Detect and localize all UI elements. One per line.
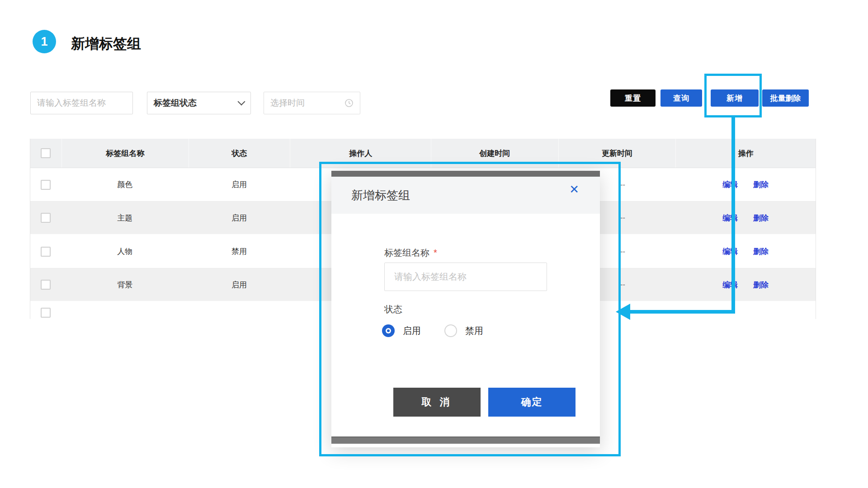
radio-option-disabled[interactable]: 禁用 (444, 324, 483, 337)
radio-disabled-label: 禁用 (465, 325, 483, 337)
cell-name: 主题 (61, 202, 189, 234)
cell-name: 颜色 (61, 168, 189, 201)
cell-updated: -- (609, 281, 625, 289)
radio-unselected-icon[interactable] (444, 324, 457, 337)
delete-link[interactable]: 删除 (753, 179, 769, 190)
required-asterisk: * (434, 248, 437, 258)
page: 1 新增标签组 请输入标签组名称 标签组状态 选择时间 重置 查询 新增 批量删… (0, 0, 868, 488)
col-header-status: 状态 (189, 139, 290, 168)
tag-group-name-input[interactable]: 请输入标签组名称 (30, 92, 133, 114)
modal-title: 新增标签组 (351, 188, 410, 203)
cell-updated: -- (609, 181, 625, 189)
modal-status-label: 状态 (384, 303, 402, 315)
cell-name: 背景 (61, 268, 189, 301)
edit-link[interactable]: 编辑 (722, 280, 738, 290)
modal-header: 新增标签组 (331, 177, 600, 214)
annotation-connector-horizontal (629, 310, 735, 314)
cell-status: 启用 (189, 268, 290, 301)
cell-updated: -- (609, 248, 625, 256)
modal-name-input[interactable]: 请输入标签组名称 (384, 263, 547, 291)
reset-button[interactable]: 重置 (610, 89, 656, 107)
status-select-value: 标签组状态 (154, 97, 197, 109)
select-all-checkbox[interactable] (41, 148, 51, 158)
date-picker-input[interactable]: 选择时间 (264, 92, 360, 114)
row-checkbox[interactable] (41, 280, 51, 290)
col-header-created: 创建时间 (431, 139, 558, 168)
col-header-operator: 操作人 (290, 139, 431, 168)
modal-name-placeholder: 请输入标签组名称 (394, 271, 467, 283)
annotation-connector-vertical (731, 117, 735, 314)
row-checkbox[interactable] (41, 213, 51, 223)
edit-link[interactable]: 编辑 (722, 213, 738, 223)
cell-updated: -- (609, 214, 625, 222)
edit-link[interactable]: 编辑 (722, 179, 738, 190)
add-button[interactable]: 新增 (711, 89, 759, 107)
confirm-button[interactable]: 确定 (488, 388, 576, 417)
add-tag-group-modal: 新增标签组 ✕ 标签组名称* 请输入标签组名称 状态 启用 禁用 取 消 确定 (331, 171, 600, 447)
col-header-ops: 操作 (675, 139, 816, 168)
status-select[interactable]: 标签组状态 (147, 92, 251, 114)
row-checkbox[interactable] (41, 247, 51, 257)
delete-link[interactable]: 删除 (753, 246, 769, 257)
modal-name-label: 标签组名称* (384, 247, 437, 259)
delete-link[interactable]: 删除 (753, 280, 769, 290)
table-header-row: 标签组名称 状态 操作人 创建时间 更新时间 操作 (30, 139, 816, 168)
modal-top-bar (331, 171, 600, 177)
radio-enabled-label: 启用 (403, 325, 421, 337)
radio-option-enabled[interactable]: 启用 (382, 324, 421, 337)
tag-group-name-placeholder: 请输入标签组名称 (37, 97, 106, 109)
status-radio-group: 启用 禁用 (382, 324, 483, 337)
modal-bottom-bar (331, 436, 600, 444)
delete-link[interactable]: 删除 (753, 213, 769, 223)
cancel-button[interactable]: 取 消 (393, 388, 481, 417)
date-placeholder: 选择时间 (270, 97, 305, 109)
col-header-updated: 更新时间 (558, 139, 676, 168)
search-button[interactable]: 查询 (660, 89, 702, 107)
col-header-name: 标签组名称 (61, 139, 189, 168)
cell-name: 人物 (61, 235, 189, 268)
chevron-down-icon (238, 98, 245, 106)
radio-selected-icon[interactable] (382, 324, 395, 337)
step-number-badge: 1 (33, 30, 56, 53)
row-checkbox[interactable] (41, 308, 51, 318)
cell-status: 启用 (189, 168, 290, 201)
row-checkbox[interactable] (41, 180, 51, 190)
edit-link[interactable]: 编辑 (722, 246, 738, 257)
annotation-arrow-icon (616, 304, 630, 320)
clock-icon (344, 99, 354, 108)
cell-status: 启用 (189, 202, 290, 234)
page-title: 新增标签组 (71, 34, 141, 53)
close-icon[interactable]: ✕ (569, 182, 579, 197)
cell-status: 禁用 (189, 235, 290, 268)
batch-delete-button[interactable]: 批量删除 (762, 89, 809, 107)
